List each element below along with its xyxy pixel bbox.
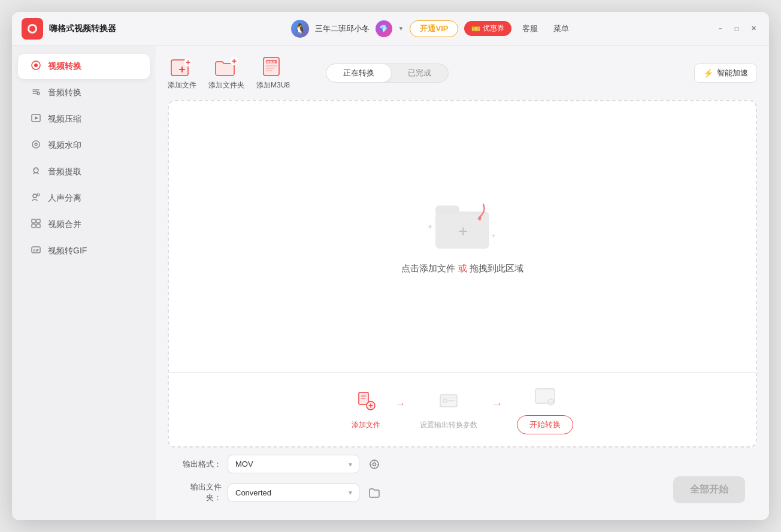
smart-accel-button[interactable]: ⚡ 智能加速 — [694, 64, 757, 83]
avatar: 🐧 — [291, 20, 309, 38]
svg-rect-13 — [37, 219, 40, 223]
svg-point-3 — [34, 64, 38, 67]
folder-select[interactable]: Converted — [228, 483, 359, 502]
title-bar: 嗨格式视频转换器 🐧 三年二班邱小冬 💎 ▼ 开通VIP 🎫 优惠券 客服 菜单… — [12, 12, 769, 46]
folder-label: 输出文件夹： — [180, 482, 222, 503]
audio-extract-icon — [30, 165, 42, 179]
step-arrow-2: → — [492, 398, 502, 422]
sidebar-label-audio-convert: 音频转换 — [48, 87, 81, 98]
step-3: 开始转换 — [517, 385, 573, 434]
tab-converting[interactable]: 正在转换 — [326, 64, 391, 82]
coupon-button[interactable]: 🎫 优惠券 — [464, 21, 511, 36]
app-title: 嗨格式视频转换器 — [49, 23, 116, 34]
svg-text:M3U8: M3U8 — [267, 61, 276, 64]
tab-group: 正在转换 已完成 — [326, 64, 449, 83]
user-name: 三年二班邱小冬 — [315, 23, 370, 34]
smart-accel-label: 智能加速 — [717, 68, 748, 78]
step-1-label: 添加文件 — [352, 420, 380, 430]
svg-point-11 — [37, 194, 40, 196]
folder-select-wrap: Converted ▼ — [228, 483, 359, 502]
svg-point-8 — [35, 143, 37, 146]
video-convert-icon — [30, 60, 42, 73]
drop-zone[interactable]: + + + 点击添加文件 或 拖拽到此区域 — [169, 101, 756, 373]
step-1-icon — [355, 390, 377, 415]
menu-button[interactable]: 菜单 — [549, 21, 574, 37]
title-bar-center: 🐧 三年二班邱小冬 💎 ▼ 开通VIP 🎫 优惠券 客服 菜单 — [165, 20, 700, 38]
step-2-label: 设置输出转换参数 — [420, 420, 477, 430]
sidebar-item-video-merge[interactable]: 视频合并 — [18, 212, 150, 237]
folder-illustration: + + + — [426, 200, 498, 253]
svg-marker-6 — [35, 116, 38, 120]
add-m3u8-label: 添加M3U8 — [256, 80, 290, 90]
video-merge-icon — [30, 218, 42, 231]
sidebar-label-video-merge: 视频合并 — [48, 219, 81, 230]
close-button[interactable]: ✕ — [747, 23, 759, 35]
svg-point-9 — [34, 168, 38, 173]
video-compress-icon — [30, 113, 42, 126]
sidebar-item-vocal-separate[interactable]: 人声分离 — [18, 186, 150, 211]
sidebar-label-video-watermark: 视频水印 — [48, 140, 81, 151]
vip-badge-icon: 💎 — [376, 20, 392, 37]
svg-text:GIF: GIF — [33, 249, 39, 252]
add-file-button[interactable]: 添加文件 — [168, 55, 196, 90]
format-select-wrap: MOV MP4 AVI MKV FLV WMV GIF ▼ — [228, 455, 359, 473]
svg-rect-15 — [37, 224, 40, 228]
folder-browse-button[interactable] — [365, 483, 383, 501]
sidebar-item-audio-convert[interactable]: 音频转换 — [18, 80, 150, 105]
title-bar-right: － □ ✕ — [700, 23, 759, 35]
svg-point-4 — [37, 92, 40, 95]
step-2: 设置输出转换参数 — [420, 390, 477, 430]
add-folder-button[interactable]: 添加文件夹 — [208, 55, 244, 90]
start-convert-button[interactable]: 开始转换 — [517, 415, 573, 434]
steps-row: 添加文件 → 设置输 — [169, 373, 756, 446]
sidebar-label-vocal-separate: 人声分离 — [48, 193, 81, 204]
add-folder-label: 添加文件夹 — [208, 80, 244, 90]
add-m3u8-button[interactable]: M3U8 添加M3U8 — [256, 55, 290, 90]
vocal-separate-icon — [30, 192, 42, 205]
svg-point-1 — [29, 26, 35, 32]
add-folder-icon — [213, 55, 240, 78]
service-button[interactable]: 客服 — [517, 21, 543, 37]
sidebar-label-video-compress: 视频压缩 — [48, 114, 81, 125]
sidebar-item-video-watermark[interactable]: 视频水印 — [18, 133, 150, 158]
format-row: 输出格式： MOV MP4 AVI MKV FLV WMV GIF — [180, 455, 661, 473]
format-label: 输出格式： — [180, 459, 222, 470]
add-file-label: 添加文件 — [168, 80, 196, 90]
maximize-button[interactable]: □ — [731, 23, 743, 35]
step-2-icon — [438, 390, 459, 415]
audio-convert-icon — [30, 86, 42, 99]
main-content: 视频转换 音频转换 视频压缩 — [12, 46, 769, 520]
svg-rect-14 — [32, 224, 35, 228]
sidebar-label-audio-extract: 音频提取 — [48, 167, 81, 177]
svg-text:+: + — [458, 222, 468, 240]
title-bar-left: 嗨格式视频转换器 — [22, 18, 165, 40]
sidebar-label-video-convert: 视频转换 — [48, 61, 81, 72]
svg-point-10 — [33, 194, 37, 198]
add-m3u8-icon: M3U8 — [260, 55, 286, 78]
bolt-icon: ⚡ — [703, 68, 713, 78]
sidebar-item-audio-extract[interactable]: 音频提取 — [18, 159, 150, 185]
svg-text:+: + — [491, 232, 495, 240]
svg-point-7 — [32, 141, 40, 148]
minimize-button[interactable]: － — [714, 23, 726, 35]
sidebar-item-video-compress[interactable]: 视频压缩 — [18, 107, 150, 132]
dropdown-arrow-icon[interactable]: ▼ — [398, 25, 404, 32]
right-panel: 添加文件 添加文件夹 — [156, 46, 769, 520]
sidebar-item-video-convert[interactable]: 视频转换 — [18, 54, 150, 79]
drag-text: 拖拽到此区域 — [467, 263, 523, 273]
format-settings-button[interactable] — [365, 455, 383, 473]
bottom-bar: 输出格式： MOV MP4 AVI MKV FLV WMV GIF — [168, 448, 757, 510]
step-arrow-1: → — [395, 398, 405, 422]
sidebar: 视频转换 音频转换 视频压缩 — [12, 46, 156, 520]
tab-completed[interactable]: 已完成 — [391, 64, 448, 82]
step-1: 添加文件 — [352, 390, 380, 430]
add-file-icon — [169, 55, 195, 78]
format-select[interactable]: MOV MP4 AVI MKV FLV WMV GIF — [228, 455, 359, 473]
toolbar: 添加文件 添加文件夹 — [168, 55, 757, 90]
coupon-icon: 🎫 — [471, 25, 480, 33]
folder-row: 输出文件夹： Converted ▼ — [180, 482, 661, 503]
sidebar-item-video-gif[interactable]: GIF 视频转GIF — [18, 238, 150, 264]
start-all-button[interactable]: 全部开始 — [673, 476, 745, 503]
vip-button[interactable]: 开通VIP — [410, 20, 458, 37]
svg-point-40 — [373, 463, 376, 466]
